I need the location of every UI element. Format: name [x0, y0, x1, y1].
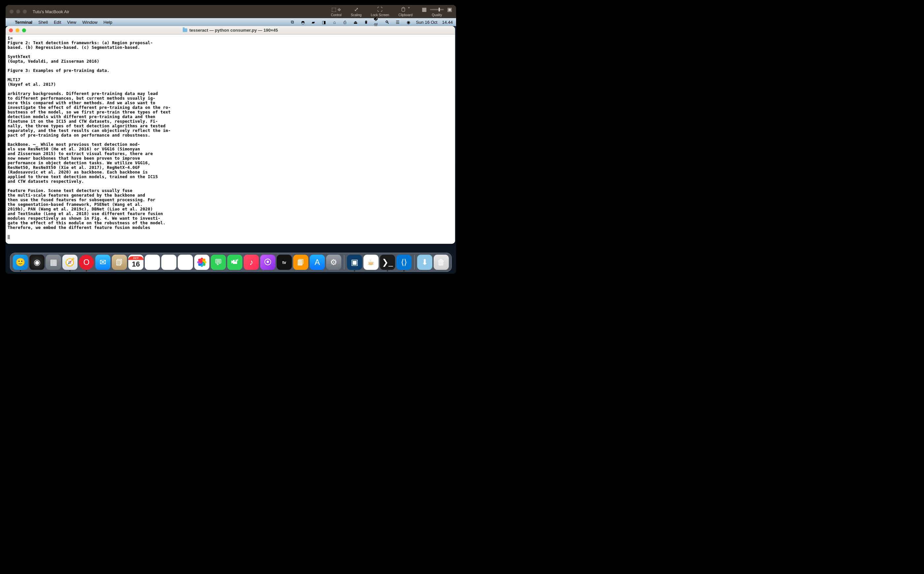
dock-appstore[interactable]: A: [310, 255, 325, 270]
scaling-toggle[interactable]: ⤢ Scaling: [351, 6, 362, 17]
dock-messages[interactable]: 💬︎: [211, 255, 226, 270]
dock-photos[interactable]: [194, 255, 209, 270]
quality-low-icon: ▦: [422, 6, 427, 13]
dock-contacts[interactable]: 📗︎: [112, 255, 127, 270]
screen-mirroring-icon[interactable]: ⧉: [289, 19, 295, 25]
photos-icon: [197, 258, 206, 267]
terminal-title: tesseract — python consumer.py — 190×45: [6, 28, 455, 33]
scaling-icon: ⤢: [354, 6, 359, 13]
dock-siri[interactable]: ◉: [29, 255, 44, 270]
calendar-month: OCT: [128, 256, 143, 260]
battery-icon[interactable]: 🔋︎: [363, 20, 369, 25]
calendar-day: 16: [132, 260, 140, 268]
control-mode-toggle[interactable]: ⬚ ⎆ Control: [331, 6, 342, 17]
dock-books[interactable]: 📙︎: [293, 255, 309, 270]
menubar-date[interactable]: Sun 16 Oct: [416, 20, 437, 25]
lock-screen-button[interactable]: ⛶ Lock Screen: [371, 6, 389, 17]
menu-edit[interactable]: Edit: [54, 20, 61, 25]
dock-separator: [414, 255, 414, 270]
dock-facetime[interactable]: 📹︎: [227, 255, 242, 270]
screen-sharing-window: Tutu's MacBook Air ⬚ ⎆ Control ⤢ Scaling…: [6, 5, 456, 274]
eject-icon[interactable]: ⏏: [353, 20, 359, 25]
minimize-button[interactable]: [16, 9, 20, 14]
dock-trash[interactable]: 🗑︎: [434, 255, 449, 270]
dock-freeform[interactable]: ✥: [178, 255, 193, 270]
clipboard-menu[interactable]: 📋︎ ˅ Clipboard: [398, 6, 412, 17]
terminal-cursor: [8, 235, 10, 239]
clipboard-icon: 📋︎ ˅: [401, 6, 410, 13]
dock-music[interactable]: ♪: [244, 255, 259, 270]
zoom-button[interactable]: [22, 28, 26, 32]
menu-help[interactable]: Help: [104, 20, 112, 25]
dock-notes[interactable]: 📝︎: [145, 255, 160, 270]
dock-terminal[interactable]: ❯_: [380, 255, 395, 270]
zoom-button[interactable]: [23, 9, 27, 14]
app-menu[interactable]: Terminal: [15, 20, 32, 25]
menu-shell[interactable]: Shell: [38, 20, 48, 25]
quality-slider[interactable]: [430, 9, 444, 10]
menubar-time[interactable]: 14.44: [442, 20, 453, 25]
quality-high-icon: ▣: [447, 6, 452, 13]
spotlight-icon[interactable]: 🔍︎: [384, 20, 390, 25]
app-icon-1[interactable]: ◨: [321, 20, 327, 25]
macos-menubar: Terminal Shell Edit View Window Help ⧉ ◓…: [6, 18, 456, 26]
window-controls: [9, 9, 27, 14]
minimize-button[interactable]: [16, 28, 19, 32]
control-center-icon[interactable]: ☰: [395, 20, 401, 25]
terminal-window: tesseract — python consumer.py — 190×45 …: [6, 26, 455, 244]
dock-safari[interactable]: 🧭: [62, 255, 77, 270]
dock-java[interactable]: ☕︎: [364, 255, 379, 270]
remote-host-title: Tutu's MacBook Air: [33, 9, 69, 14]
app-icon-2[interactable]: ⌂: [331, 20, 337, 25]
siri-icon[interactable]: ◉: [405, 20, 411, 25]
dock-separator: [344, 255, 344, 270]
dock-finder[interactable]: 🙂: [13, 255, 28, 270]
dock-tv[interactable]: tv: [277, 255, 292, 270]
dock-virtualbox[interactable]: ▣: [347, 255, 362, 270]
dock-podcasts[interactable]: ⦿: [260, 255, 275, 270]
dock-opera[interactable]: O: [79, 255, 94, 270]
display-icon[interactable]: ▰: [310, 20, 316, 25]
folder-icon: [183, 28, 187, 32]
screen-sharing-titlebar: Tutu's MacBook Air ⬚ ⎆ Control ⤢ Scaling…: [6, 5, 456, 18]
dock-vscode[interactable]: ⟨⟩: [397, 255, 412, 270]
remote-desktop: Terminal Shell Edit View Window Help ⧉ ◓…: [6, 18, 456, 274]
close-button[interactable]: [9, 28, 13, 32]
dock-reminders[interactable]: ☑︎: [161, 255, 176, 270]
terminal-titlebar[interactable]: tesseract — python consumer.py — 190×45: [6, 26, 455, 35]
printer-icon[interactable]: ⎙: [342, 20, 348, 25]
cursor-icon: ⬚ ⎆: [331, 6, 341, 13]
close-button[interactable]: [9, 9, 14, 14]
terminal-output[interactable]: i= Figure 2: Text detection frameworks: …: [6, 35, 455, 244]
dock-launchpad[interactable]: ▦: [46, 255, 61, 270]
lock-icon: ⛶: [377, 6, 383, 13]
dock-mail[interactable]: ✉: [95, 255, 110, 270]
dock: 🙂 ◉ ▦ 🧭 O ✉ 📗︎ OCT 16 📝︎ ☑︎ ✥: [10, 253, 452, 272]
dock-downloads[interactable]: ⬇: [417, 255, 432, 270]
dock-settings[interactable]: ⚙: [326, 255, 341, 270]
docker-icon[interactable]: ◓: [300, 20, 306, 25]
dock-calendar[interactable]: OCT 16: [128, 255, 143, 270]
menu-window[interactable]: Window: [82, 20, 98, 25]
menu-view[interactable]: View: [67, 20, 77, 25]
quality-controls[interactable]: ▦ ▣ Quality: [422, 6, 452, 17]
